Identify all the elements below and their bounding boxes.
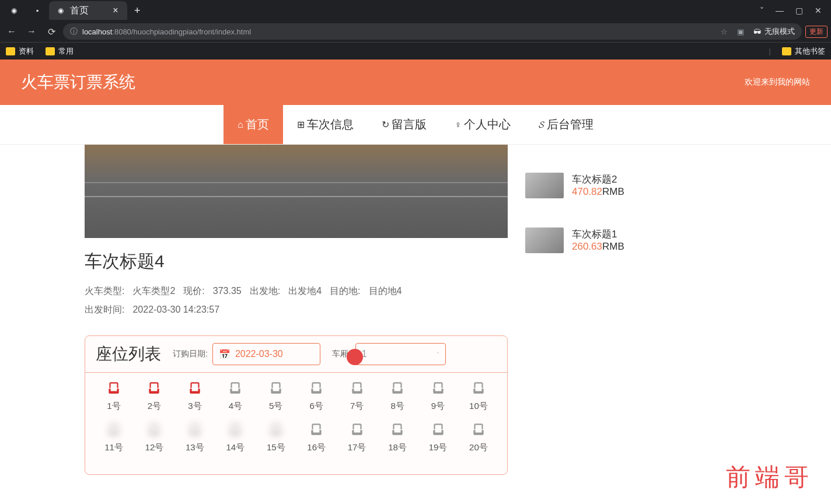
bookmark-item-1[interactable]: 资料 [6, 46, 34, 57]
tab-background-2[interactable]: ▪ [26, 1, 49, 20]
sidebar-item-title: 车次标题1 [572, 228, 624, 241]
seat-icon [431, 380, 446, 397]
seat-2[interactable]: 2号 [136, 380, 172, 412]
page: 火车票订票系统 欢迎来到我的网站 ⌂ 首页 ⊞ 车次信息 ↻ 留言版 ♀ 个人中… [0, 60, 831, 475]
maximize-icon[interactable]: ▢ [795, 6, 803, 15]
train-meta: 火车类型: 火车类型2 现价: 373.35 出发地: 出发地4 目的地: 目的… [85, 282, 508, 319]
seat-label: 11号 [104, 442, 123, 453]
star-icon[interactable]: ☆ [721, 27, 728, 36]
seat-18[interactable]: 18号 [379, 421, 416, 453]
seat-1[interactable]: 1号 [96, 380, 132, 412]
link-icon: 𝓢 [539, 120, 544, 130]
seat-9[interactable]: 9号 [420, 380, 456, 412]
chevron-down-icon[interactable]: ˅ [760, 6, 764, 15]
nav-home[interactable]: ⌂ 首页 [224, 105, 283, 144]
tab-bar: ◉ ▪ ◉ 首页 × + ˅ — ▢ ✕ [0, 0, 831, 21]
welcome-text: 欢迎来到我的网站 [745, 77, 810, 88]
seat-13[interactable]: 13号 [177, 421, 213, 453]
seat-16[interactable]: 16号 [298, 421, 334, 453]
seat-icon [146, 421, 162, 439]
seat-11[interactable]: 11号 [96, 421, 132, 453]
price-label: 现价: [183, 282, 204, 300]
reload-button[interactable]: ⟳ [43, 23, 60, 40]
browser-chrome: ◉ ▪ ◉ 首页 × + ˅ — ▢ ✕ ← → ⟳ ⓘ localhost :… [0, 0, 831, 60]
bookmark-item-2[interactable]: 常用 [46, 46, 74, 57]
seat-label: 3号 [188, 401, 201, 412]
close-window-icon[interactable]: ✕ [815, 6, 822, 15]
tab-background-1[interactable]: ◉ [2, 1, 26, 20]
incognito-badge: 🕶 无痕模式 [753, 26, 795, 37]
sidebar-item[interactable]: 车次标题2 470.82RMB [525, 173, 724, 198]
address-bar: ← → ⟳ ⓘ localhost :8080/huochpiaodingpia… [0, 21, 831, 42]
type-label: 火车类型: [85, 282, 124, 300]
carriage-select[interactable]: 1 ˅ [355, 343, 446, 365]
nav-train-info[interactable]: ⊞ 车次信息 [283, 105, 368, 144]
seat-label: 2号 [148, 401, 161, 412]
minimize-icon[interactable]: — [776, 6, 784, 15]
depart-label: 出发时间: [85, 300, 124, 319]
forward-button[interactable]: → [23, 23, 40, 40]
seat-15[interactable]: 15号 [258, 421, 294, 453]
seat-19[interactable]: 19号 [420, 421, 456, 453]
back-button[interactable]: ← [4, 23, 20, 40]
seat-label: 14号 [226, 442, 245, 453]
date-value: 2022-03-30 [235, 349, 283, 359]
seat-icon [187, 380, 202, 397]
calendar-icon: 📅 [219, 349, 231, 360]
sidebar-item[interactable]: 车次标题1 260.63RMB [525, 228, 724, 253]
seat-20[interactable]: 20号 [460, 421, 497, 453]
price-value: 373.35 [213, 282, 242, 300]
globe-icon: ◉ [56, 6, 65, 15]
url-bar[interactable]: ⓘ localhost :8080/huochpiaodingpiao/fron… [63, 23, 802, 40]
date-input[interactable]: 📅 2022-03-30 [212, 343, 320, 365]
seat-17[interactable]: 17号 [339, 421, 375, 453]
seat-icon [471, 421, 486, 439]
seat-8[interactable]: 8号 [379, 380, 416, 412]
panel-icon[interactable]: ▣ [737, 27, 744, 36]
chevron-down-icon: ˅ [437, 351, 439, 358]
seat-4[interactable]: 4号 [217, 380, 253, 412]
seat-icon [350, 421, 365, 439]
nav-admin[interactable]: 𝓢 后台管理 [525, 105, 607, 144]
nav-message-board[interactable]: ↻ 留言版 [368, 105, 441, 144]
nav-personal-center[interactable]: ♀ 个人中心 [441, 105, 525, 144]
train-title: 车次标题4 [85, 250, 508, 274]
new-tab-button[interactable]: + [127, 5, 148, 17]
update-button[interactable]: 更新 [805, 26, 827, 38]
seat-icon [350, 380, 365, 397]
site-title: 火车票订票系统 [21, 71, 135, 93]
seat-14[interactable]: 14号 [217, 421, 253, 453]
seat-icon [228, 421, 243, 439]
seat-label: 20号 [469, 442, 488, 453]
thumbnail [525, 228, 564, 253]
watermark: 前端哥 [726, 461, 813, 494]
seat-3[interactable]: 3号 [177, 380, 213, 412]
close-icon[interactable]: × [111, 6, 120, 15]
seat-label: 13号 [186, 442, 204, 453]
seat-list-title: 座位列表 [96, 343, 161, 365]
tab-active[interactable]: ◉ 首页 × [49, 1, 127, 20]
nav-bar: ⌂ 首页 ⊞ 车次信息 ↻ 留言版 ♀ 个人中心 𝓢 后台管理 [0, 105, 831, 145]
seat-label: 7号 [350, 401, 364, 412]
seat-icon [268, 421, 284, 439]
seat-label: 15号 [267, 442, 285, 453]
url-host: localhost [82, 27, 112, 36]
to-label: 目的地: [330, 282, 360, 300]
seat-label: 8号 [390, 401, 404, 412]
seat-icon [228, 380, 243, 397]
seat-10[interactable]: 10号 [460, 380, 497, 412]
seat-icon [309, 380, 324, 397]
other-bookmarks[interactable]: | 其他书签 [769, 46, 825, 57]
seat-5[interactable]: 5号 [258, 380, 294, 412]
folder-icon [782, 47, 791, 55]
seat-12[interactable]: 12号 [136, 421, 172, 453]
seat-7[interactable]: 7号 [339, 380, 375, 412]
header: 火车票订票系统 欢迎来到我的网站 [0, 60, 831, 105]
seat-6[interactable]: 6号 [298, 380, 334, 412]
seat-label: 1号 [107, 401, 120, 412]
sidebar: 车次标题2 470.82RMB 车次标题1 260.63RMB [525, 145, 724, 475]
power-icon: ↻ [382, 119, 389, 130]
seat-icon [390, 421, 405, 439]
globe-icon: ◉ [9, 6, 19, 15]
url-path: :8080/huochpiaodingpiao/front/index.html [112, 27, 251, 36]
